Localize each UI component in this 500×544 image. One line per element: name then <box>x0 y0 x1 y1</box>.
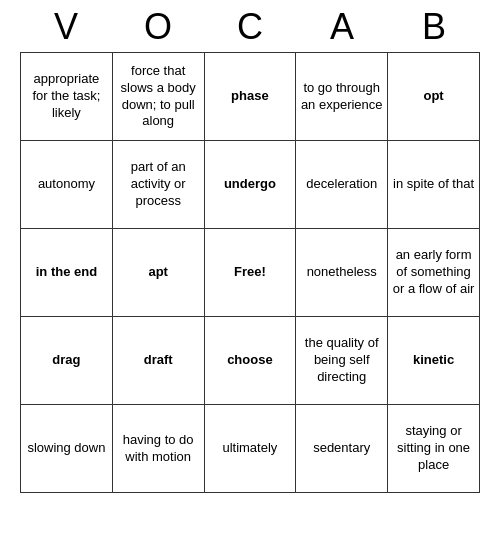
cell-r2-c2[interactable]: Free! <box>204 229 296 317</box>
cell-r1-c3[interactable]: deceleration <box>296 141 388 229</box>
cell-r0-c3[interactable]: to go through an experience <box>296 53 388 141</box>
cell-r0-c4[interactable]: opt <box>388 53 480 141</box>
cell-r1-c4[interactable]: in spite of that <box>388 141 480 229</box>
bingo-grid: appropriate for the task; likelyforce th… <box>20 52 480 493</box>
cell-r2-c3[interactable]: nonetheless <box>296 229 388 317</box>
title-a: A <box>302 6 382 48</box>
cell-r1-c2[interactable]: undergo <box>204 141 296 229</box>
cell-r2-c1[interactable]: apt <box>112 229 204 317</box>
cell-r1-c1[interactable]: part of an activity or process <box>112 141 204 229</box>
title-row: V O C A B <box>20 0 480 52</box>
cell-r4-c2[interactable]: ultimately <box>204 405 296 493</box>
cell-r4-c3[interactable]: sedentary <box>296 405 388 493</box>
cell-r4-c4[interactable]: staying or sitting in one place <box>388 405 480 493</box>
cell-r3-c2[interactable]: choose <box>204 317 296 405</box>
title-b: B <box>394 6 474 48</box>
cell-r0-c0[interactable]: appropriate for the task; likely <box>21 53 113 141</box>
title-c: C <box>210 6 290 48</box>
cell-r1-c0[interactable]: autonomy <box>21 141 113 229</box>
cell-r4-c0[interactable]: slowing down <box>21 405 113 493</box>
cell-r2-c0[interactable]: in the end <box>21 229 113 317</box>
cell-r3-c1[interactable]: draft <box>112 317 204 405</box>
cell-r0-c2[interactable]: phase <box>204 53 296 141</box>
cell-r3-c4[interactable]: kinetic <box>388 317 480 405</box>
cell-r0-c1[interactable]: force that slows a body down; to pull al… <box>112 53 204 141</box>
cell-r2-c4[interactable]: an early form of something or a flow of … <box>388 229 480 317</box>
cell-r4-c1[interactable]: having to do with motion <box>112 405 204 493</box>
cell-r3-c0[interactable]: drag <box>21 317 113 405</box>
title-v: V <box>26 6 106 48</box>
cell-r3-c3[interactable]: the quality of being self directing <box>296 317 388 405</box>
title-o: O <box>118 6 198 48</box>
